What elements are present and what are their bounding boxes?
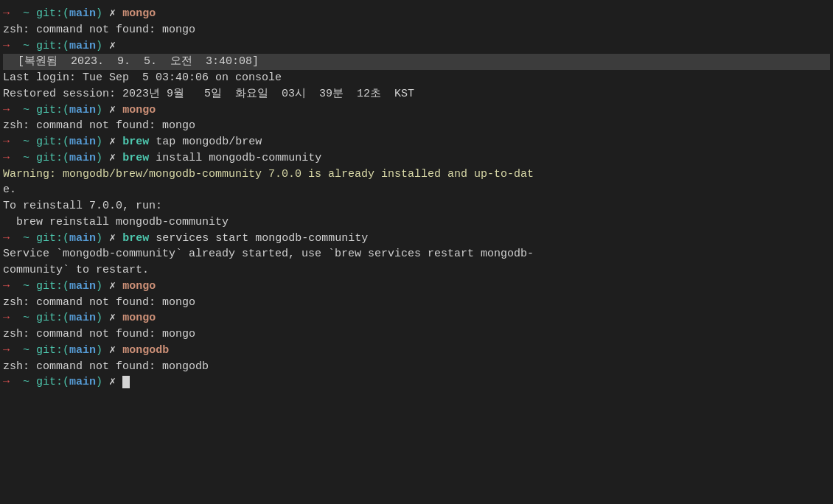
terminal-line: zsh: command not found: mongo xyxy=(3,22,830,38)
terminal-line: → ~ git:(main) ✗ mongo xyxy=(3,310,830,326)
terminal-line: → ~ git:(main) ✗ xyxy=(3,38,830,55)
terminal-line: → ~ git:(main) ✗ mongo xyxy=(3,6,830,22)
terminal-line: community` to restart. xyxy=(3,262,830,279)
terminal-line: → ~ git:(main) ✗ brew services start mon… xyxy=(3,231,830,247)
terminal-line: Warning: mongodb/brew/mongodb-community … xyxy=(3,167,830,183)
terminal-line: → ~ git:(main) ✗ brew tap mongodb/brew xyxy=(3,134,830,150)
terminal-line: Last login: Tue Sep 5 03:40:06 on consol… xyxy=(3,70,830,86)
terminal-line: → ~ git:(main) ✗ xyxy=(3,374,830,391)
terminal-line: → ~ git:(main) ✗ mongo xyxy=(3,279,830,295)
terminal-line: [복원됨 2023. 9. 5. 오전 3:40:08] xyxy=(3,54,830,70)
terminal-line: zsh: command not found: mongo xyxy=(3,295,830,311)
terminal-line: zsh: command not found: mongo xyxy=(3,118,830,134)
terminal-line: To reinstall 7.0.0, run: xyxy=(3,198,830,214)
terminal-line: brew reinstall mongodb-community xyxy=(3,214,830,231)
terminal-line: zsh: command not found: mongodb xyxy=(3,359,830,375)
terminal-line: → ~ git:(main) ✗ mongodb xyxy=(3,343,830,359)
terminal: → ~ git:(main) ✗ mongozsh: command not f… xyxy=(0,0,833,504)
terminal-line: → ~ git:(main) ✗ brew install mongodb-co… xyxy=(3,150,830,167)
terminal-line: zsh: command not found: mongo xyxy=(3,326,830,343)
terminal-line: → ~ git:(main) ✗ mongo xyxy=(3,102,830,119)
terminal-line: Restored session: 2023년 9월 5일 화요일 03시 39… xyxy=(3,86,830,102)
terminal-line: e. xyxy=(3,182,830,198)
terminal-cursor xyxy=(122,376,130,388)
terminal-line: Service `mongodb-community` already star… xyxy=(3,246,830,262)
